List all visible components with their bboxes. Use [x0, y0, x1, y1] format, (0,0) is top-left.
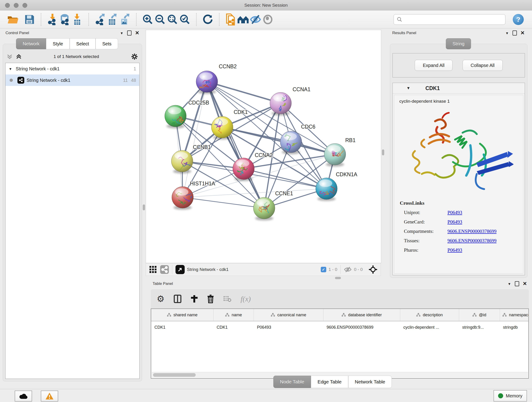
search-input[interactable] — [403, 17, 500, 22]
panel-float-icon[interactable] — [515, 281, 519, 286]
crosslink-link[interactable]: 9606.ENSP00000378699 — [447, 238, 496, 244]
tab-node-table[interactable]: Node Table — [273, 376, 311, 388]
column-header-canonical-name[interactable]: canonical name — [254, 309, 323, 321]
tab-network-table[interactable]: Network Table — [348, 376, 392, 388]
panel-close-icon[interactable]: ✕ — [523, 282, 527, 286]
gene-entry-header[interactable]: ▼ CDK1 — [393, 83, 525, 94]
column-header-@id[interactable]: @id — [459, 309, 500, 321]
tree-caret-icon[interactable]: ▼ — [9, 67, 12, 71]
network-node-RB1[interactable] — [324, 143, 346, 165]
network-row[interactable]: String Network - cdk1 11 48 — [6, 75, 139, 86]
table-cell[interactable]: CDK1 — [214, 321, 254, 333]
zoom-selected-button[interactable] — [179, 13, 191, 26]
right-splitter-handle[interactable] — [382, 149, 384, 155]
apply-layout-button[interactable] — [202, 13, 214, 26]
network-node-CCNA2[interactable] — [233, 158, 254, 179]
show-columns-icon[interactable] — [174, 294, 181, 303]
create-column-icon[interactable] — [191, 295, 198, 303]
tab-sets[interactable]: Sets — [95, 38, 118, 49]
import-table-button[interactable] — [71, 13, 83, 26]
network-node-CCNE1[interactable] — [253, 197, 275, 219]
crosslink-link[interactable]: P06493 — [447, 210, 462, 216]
table-cell[interactable]: stringdb:9... — [459, 321, 500, 333]
column-header-namespace[interactable]: namespace — [500, 309, 529, 321]
network-node-CDK1[interactable] — [211, 116, 233, 138]
table-cell[interactable]: 9606.ENSP00000378699 — [323, 321, 400, 333]
hide-selected-button[interactable] — [249, 13, 262, 26]
column-header-description[interactable]: description — [400, 309, 459, 321]
crosslink-link[interactable]: P06493 — [447, 247, 462, 253]
table-cell[interactable]: P06493 — [254, 321, 323, 333]
export-image-button[interactable] — [119, 13, 131, 26]
network-node-HIST1H1A[interactable] — [172, 186, 193, 208]
tab-style[interactable]: Style — [46, 38, 70, 49]
network-options-gear-icon[interactable] — [131, 53, 138, 60]
crosslink-link[interactable]: P06493 — [447, 219, 462, 225]
column-header-name[interactable]: name — [214, 309, 254, 321]
network-node-CCNB2[interactable] — [196, 71, 218, 92]
panel-menu-caret-icon[interactable]: ▼ — [505, 31, 509, 35]
tab-string[interactable]: String — [446, 38, 471, 49]
selected-items-checkbox[interactable]: ✓ — [321, 267, 326, 272]
tab-select[interactable]: Select — [70, 38, 96, 49]
network-node-CCNA1[interactable] — [270, 92, 291, 114]
save-session-button[interactable] — [23, 13, 36, 26]
table-cell[interactable]: cyclin-dependent ... — [400, 321, 459, 333]
panel-close-icon[interactable]: ✕ — [520, 31, 525, 35]
collapse-all-chevrons-icon[interactable] — [7, 54, 13, 59]
question-icon: ? — [516, 16, 520, 23]
network-collection-row[interactable]: ▼ String Network - cdk1 1 — [6, 63, 139, 75]
panel-menu-caret-icon[interactable]: ▼ — [120, 31, 123, 35]
import-network-database-button[interactable] — [59, 13, 71, 26]
zoom-fit-button[interactable] — [166, 13, 179, 26]
column-header-shared-name[interactable]: shared name — [151, 309, 214, 321]
network-node-CDKN1A[interactable] — [316, 178, 337, 199]
zoom-in-button[interactable] — [142, 13, 154, 26]
first-neighbors-button[interactable] — [237, 13, 249, 26]
panel-close-icon[interactable]: ✕ — [135, 31, 139, 35]
expand-all-button[interactable]: Expand All — [415, 60, 452, 71]
tab-edge-table[interactable]: Edge Table — [311, 376, 348, 388]
open-session-button[interactable] — [7, 13, 19, 26]
share-view-icon[interactable] — [160, 265, 169, 274]
grid-view-icon[interactable] — [149, 266, 157, 274]
detach-view-button[interactable] — [176, 265, 185, 274]
tab-network[interactable]: Network — [16, 38, 46, 49]
panel-float-icon[interactable] — [127, 31, 132, 36]
import-network-file-button[interactable] — [46, 13, 59, 26]
expand-all-chevrons-icon[interactable] — [16, 54, 22, 59]
table-options-gear-icon[interactable]: ⚙ — [157, 294, 165, 303]
collection-network-count: 1 — [133, 66, 136, 71]
network-node-CDC25B[interactable] — [165, 105, 186, 127]
export-table-button[interactable] — [106, 13, 119, 26]
export-network-button[interactable] — [94, 13, 106, 26]
scrollbar-thumb[interactable] — [153, 373, 196, 377]
birdseye-crosshair-icon[interactable] — [369, 265, 377, 274]
help-button[interactable]: ? — [513, 14, 524, 25]
column-header-database-identifier[interactable]: database identifier — [323, 309, 400, 321]
memory-button[interactable]: Memory — [494, 390, 527, 402]
column-header-label: shared name — [173, 313, 197, 317]
network-canvas[interactable]: CCNB2CCNA1CDC25BCDK1CDC6RB1CCNB1CCNA2CDK… — [146, 30, 381, 263]
cloud-status-button[interactable] — [15, 390, 32, 402]
network-node-count: 11 — [123, 78, 128, 83]
network-view-toolbar: String Network - cdk1 ✓ 1 - 0 0 - 0 — [146, 263, 381, 276]
network-tree: ▼ String Network - cdk1 1 String Network… — [5, 63, 139, 379]
entry-collapse-caret-icon[interactable]: ▼ — [406, 86, 410, 90]
delete-column-trash-icon[interactable] — [207, 294, 214, 303]
zoom-out-button[interactable] — [154, 13, 166, 26]
show-all-button[interactable] — [262, 13, 274, 26]
node-label-CCNE1: CCNE1 — [275, 191, 293, 196]
node-label-CCNB2: CCNB2 — [219, 64, 237, 70]
warnings-button[interactable] — [41, 390, 58, 402]
collapse-all-button[interactable]: Collapse All — [462, 60, 503, 71]
panel-float-icon[interactable] — [513, 31, 517, 36]
network-node-CDC6[interactable] — [280, 129, 302, 153]
clone-network-button[interactable] — [225, 13, 237, 26]
network-graph[interactable]: CCNB2CCNA1CDC25BCDK1CDC6RB1CCNB1CCNA2CDK… — [146, 30, 380, 262]
table-cell[interactable]: CDK1 — [151, 321, 214, 333]
table-cell[interactable]: stringdb — [500, 321, 529, 333]
crosslink-link[interactable]: 9606.ENSP00000378699 — [447, 229, 496, 234]
panel-menu-caret-icon[interactable]: ▼ — [508, 282, 511, 286]
left-splitter-handle[interactable] — [143, 204, 145, 211]
